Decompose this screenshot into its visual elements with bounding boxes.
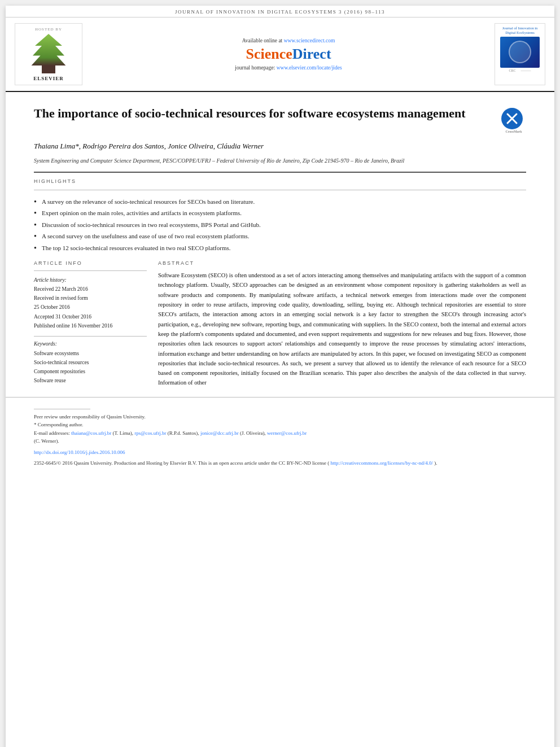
header-area: HOSTED BY ELSEVIER Available online at w… (6, 18, 554, 92)
elsevier-tree-icon (26, 34, 71, 73)
highlights-divider (34, 190, 526, 190)
center-header: Available online at www.sciencedirect.co… (89, 23, 488, 85)
highlight-item-1: A survey on the relevance of socio-techn… (34, 196, 526, 208)
abstract-label: ABSTRACT (158, 260, 526, 266)
footer: Peer review under responsibility of Qass… (6, 397, 554, 476)
crossmark-label: CrossMark (501, 130, 526, 134)
abstract-text: Software Ecosystem (SECO) is often under… (158, 270, 526, 388)
published-date: Published online 16 November 2016 (34, 323, 112, 329)
corresponding-line: * Corresponding author. (34, 421, 526, 429)
license-close: ). (434, 460, 437, 466)
email-close: (C. Werner). (34, 437, 526, 445)
col-left: ARTICLE INFO Article history: Received 2… (34, 260, 147, 388)
revised-date: 25 October 2016 (34, 304, 70, 310)
article-info-divider (34, 270, 147, 271)
journal-cover: Journal of Innovation in Digital EcoSyst… (495, 23, 545, 85)
email4-name: (C. Werner). (34, 438, 59, 444)
keywords-label: Keywords: (34, 341, 147, 347)
journal-bar: JOURNAL OF INNOVATION IN DIGITAL ECOSYST… (6, 6, 554, 18)
article-history: Article history: Received 22 March 2016 … (34, 276, 147, 330)
email3-name: (J. Oliveira), (240, 430, 266, 436)
journal-bar-text: JOURNAL OF INNOVATION IN DIGITAL ECOSYST… (175, 9, 385, 15)
highlights-section: HIGHLIGHTS A survey on the relevance of … (34, 178, 526, 254)
elsevier-logo-box: HOSTED BY ELSEVIER (15, 23, 82, 85)
email3-link[interactable]: jonice@dcc.ufrj.br (200, 430, 239, 436)
keywords-list: Software ecosystems Socio-technical reso… (34, 349, 147, 386)
email4-link[interactable]: werner@cos.ufrj.br (267, 430, 307, 436)
email-line: E-mail addresses: thaiana@cos.ufrj.br (T… (34, 429, 526, 437)
keyword-1: Software ecosystems (34, 349, 147, 358)
accepted-date: Accepted 31 October 2016 (34, 314, 91, 320)
license-text: 2352-6645/© 2016 Qassim University. Prod… (34, 460, 329, 466)
hosted-by-label: HOSTED BY (35, 27, 62, 32)
peer-review-line: Peer review under responsibility of Qass… (34, 413, 526, 421)
crossmark-badge: CrossMark (501, 108, 526, 133)
journal-cover-circle (509, 41, 531, 63)
keyword-2: Socio-technical resources (34, 358, 147, 367)
highlight-item-2: Expert opinion on the main roles, activi… (34, 207, 526, 219)
highlight-item-3: Discussion of socio-technical resources … (34, 219, 526, 231)
footer-divider (34, 409, 90, 409)
doi-link[interactable]: http://dx.doi.org/10.1016/j.jides.2016.1… (34, 449, 125, 455)
sciencedirect-url[interactable]: www.sciencedirect.com (284, 38, 335, 43)
main-content: The importance of socio-technical resour… (6, 92, 554, 397)
email2-name: (R.P.d. Santos), (168, 430, 199, 436)
email1-name: (T. Lima), (113, 430, 134, 436)
license-url[interactable]: http://creativecommons.org/licenses/by-n… (331, 460, 433, 466)
available-online: Available online at www.sciencedirect.co… (242, 38, 335, 43)
keywords-divider (34, 336, 147, 337)
highlight-item-5: The top 12 socio-technical resources eva… (34, 242, 526, 254)
history-label: Article history: (34, 276, 147, 285)
journal-cover-image (500, 37, 540, 68)
keyword-3: Component repositories (34, 367, 147, 376)
two-col-layout: ARTICLE INFO Article history: Received 2… (34, 260, 526, 388)
article-info-label: ARTICLE INFO (34, 260, 147, 266)
sciencedirect-logo: ScienceDirect (246, 46, 331, 63)
email1-link[interactable]: thaiana@cos.ufrj.br (71, 430, 111, 436)
authors: Thaiana Lima*, Rodrigo Pereira dos Santo… (34, 141, 526, 152)
journal-homepage: journal homepage: www.elsevier.com/locat… (235, 65, 342, 71)
affiliation: System Engineering and Computer Science … (34, 156, 526, 165)
received-revised-label: Received in revised form (34, 295, 88, 301)
page: JOURNAL OF INNOVATION IN DIGITAL ECOSYST… (6, 6, 554, 747)
email2-link[interactable]: rps@cos.ufrj.br (134, 430, 166, 436)
email-label: E-mail addresses: (34, 430, 70, 436)
paper-title-text: The importance of socio-technical resour… (34, 106, 501, 122)
highlights-label: HIGHLIGHTS (34, 178, 526, 184)
divider-after-affiliation (34, 172, 526, 173)
crossmark-circle (501, 108, 523, 129)
highlight-item-4: A second survey on the usefulness and ea… (34, 230, 526, 242)
keyword-4: Software reuse (34, 376, 147, 385)
journal-cover-footer: CRC ——— (509, 69, 531, 72)
elsevier-name: ELSEVIER (33, 76, 64, 81)
received-date: Received 22 March 2016 (34, 286, 88, 292)
col-right: ABSTRACT Software Ecosystem (SECO) is of… (158, 260, 526, 388)
paper-title-block: The importance of socio-technical resour… (34, 106, 526, 133)
highlights-list: A survey on the relevance of socio-techn… (34, 196, 526, 254)
license-line: 2352-6645/© 2016 Qassim University. Prod… (34, 459, 526, 467)
available-online-text: Available online at (242, 38, 283, 43)
journal-homepage-url[interactable]: www.elsevier.com/locate/jides (277, 65, 342, 71)
journal-cover-title: Journal of Innovation in Digital EcoSyst… (497, 26, 542, 36)
journal-homepage-text: journal homepage: (235, 65, 275, 71)
